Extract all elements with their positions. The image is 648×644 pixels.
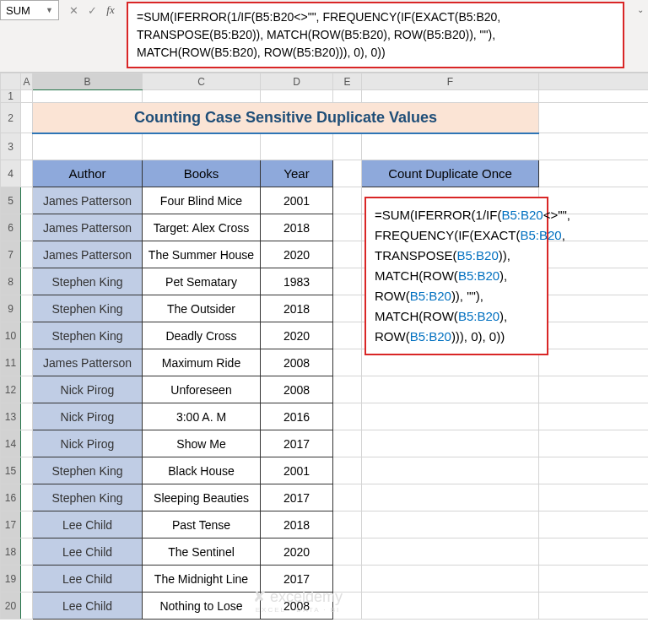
expand-formula-bar-icon[interactable]: ⌄ bbox=[633, 0, 648, 14]
book-cell[interactable]: Sleeping Beauties bbox=[143, 484, 261, 511]
book-cell[interactable]: 3:00 A. M bbox=[143, 403, 261, 430]
select-all-cell[interactable] bbox=[1, 73, 21, 90]
name-box-value: SUM bbox=[6, 4, 30, 17]
col-header-e[interactable]: E bbox=[333, 73, 362, 90]
year-cell[interactable]: 2020 bbox=[261, 538, 333, 566]
spreadsheet-grid[interactable]: A B C D E F 1 2 Counting Case Sensitive … bbox=[0, 73, 648, 620]
row-header[interactable]: 14 bbox=[1, 430, 21, 457]
author-cell[interactable]: Nick Pirog bbox=[33, 376, 143, 403]
year-cell[interactable]: 2018 bbox=[261, 511, 333, 538]
page-title: Counting Case Sensitive Duplicate Values bbox=[33, 106, 538, 130]
book-cell[interactable]: Past Tense bbox=[143, 511, 261, 538]
row-header[interactable]: 5 bbox=[1, 187, 21, 214]
table-header-books[interactable]: Books bbox=[143, 160, 261, 187]
author-cell[interactable]: Stephen King bbox=[33, 295, 143, 322]
book-cell[interactable]: The Sentinel bbox=[143, 538, 261, 566]
year-cell[interactable]: 2018 bbox=[261, 214, 333, 241]
year-cell[interactable]: 1983 bbox=[261, 268, 333, 295]
formula-input[interactable]: =SUM(IFERROR(1/IF(B5:B20<>"", FREQUENCY(… bbox=[127, 2, 624, 68]
row-header[interactable]: 18 bbox=[1, 538, 21, 566]
count-duplicate-header[interactable]: Count Duplicate Once bbox=[362, 160, 539, 187]
author-cell[interactable]: James Patterson bbox=[33, 187, 143, 214]
row-header[interactable]: 6 bbox=[1, 214, 21, 241]
year-cell[interactable]: 2018 bbox=[261, 295, 333, 322]
author-cell[interactable]: Lee Child bbox=[33, 511, 143, 538]
year-cell[interactable]: 2008 bbox=[261, 349, 333, 376]
year-cell[interactable]: 2001 bbox=[261, 457, 333, 484]
year-cell[interactable]: 2020 bbox=[261, 322, 333, 349]
year-cell[interactable]: 2017 bbox=[261, 430, 333, 457]
row-header[interactable]: 15 bbox=[1, 457, 21, 484]
row-header[interactable]: 8 bbox=[1, 268, 21, 295]
row-header[interactable]: 7 bbox=[1, 241, 21, 268]
book-cell[interactable]: Four Blind Mice bbox=[143, 187, 261, 214]
table-header-author[interactable]: Author bbox=[33, 160, 143, 187]
chevron-down-icon[interactable]: ▼ bbox=[46, 6, 53, 14]
author-cell[interactable]: Stephen King bbox=[33, 268, 143, 295]
book-cell[interactable]: Deadly Cross bbox=[143, 322, 261, 349]
book-cell[interactable]: Nothing to Lose bbox=[143, 593, 261, 620]
row-header[interactable]: 1 bbox=[1, 90, 21, 103]
author-cell[interactable]: Stephen King bbox=[33, 322, 143, 349]
column-header-row: A B C D E F bbox=[1, 73, 649, 90]
formula-bar-buttons: ✕ ✓ fx bbox=[59, 0, 125, 20]
row-header[interactable]: 20 bbox=[1, 593, 21, 620]
author-cell[interactable]: Lee Child bbox=[33, 566, 143, 593]
row-header[interactable]: 11 bbox=[1, 349, 21, 376]
year-cell[interactable]: 2017 bbox=[261, 484, 333, 511]
author-cell[interactable]: James Patterson bbox=[33, 349, 143, 376]
year-cell[interactable]: 2016 bbox=[261, 403, 333, 430]
row-header[interactable]: 12 bbox=[1, 376, 21, 403]
row-header[interactable]: 4 bbox=[1, 160, 21, 187]
insert-function-button[interactable]: fx bbox=[101, 1, 120, 19]
year-cell[interactable]: 2020 bbox=[261, 241, 333, 268]
name-box[interactable]: SUM ▼ bbox=[0, 0, 59, 20]
author-cell[interactable]: Nick Pirog bbox=[33, 430, 143, 457]
author-cell[interactable]: Stephen King bbox=[33, 484, 143, 511]
year-cell[interactable]: 2008 bbox=[261, 593, 333, 620]
book-cell[interactable]: Unforeseen bbox=[143, 376, 261, 403]
formula-bar: SUM ▼ ✕ ✓ fx =SUM(IFERROR(1/IF(B5:B20<>"… bbox=[0, 0, 648, 73]
row-header[interactable]: 3 bbox=[1, 133, 21, 160]
cancel-formula-button[interactable]: ✕ bbox=[64, 1, 83, 19]
year-cell[interactable]: 2001 bbox=[261, 187, 333, 214]
col-header-blank[interactable] bbox=[539, 73, 649, 90]
author-cell[interactable]: Lee Child bbox=[33, 538, 143, 566]
book-cell[interactable]: Pet Sematary bbox=[143, 268, 261, 295]
row-header[interactable]: 17 bbox=[1, 511, 21, 538]
book-cell[interactable]: Show Me bbox=[143, 430, 261, 457]
author-cell[interactable]: Nick Pirog bbox=[33, 403, 143, 430]
col-header-c[interactable]: C bbox=[143, 73, 261, 90]
year-cell[interactable]: 2017 bbox=[261, 566, 333, 593]
col-header-d[interactable]: D bbox=[261, 73, 333, 90]
book-cell[interactable]: The Summer House bbox=[143, 241, 261, 268]
table-header-year[interactable]: Year bbox=[261, 160, 333, 187]
book-cell[interactable]: The Midnight Line bbox=[143, 566, 261, 593]
book-cell[interactable]: Black House bbox=[143, 457, 261, 484]
row-header[interactable]: 19 bbox=[1, 566, 21, 593]
year-cell[interactable]: 2008 bbox=[261, 376, 333, 403]
author-cell[interactable]: Stephen King bbox=[33, 457, 143, 484]
author-cell[interactable]: James Patterson bbox=[33, 241, 143, 268]
row-header[interactable]: 9 bbox=[1, 295, 21, 322]
book-cell[interactable]: Maximum Ride bbox=[143, 349, 261, 376]
accept-formula-button[interactable]: ✓ bbox=[83, 1, 101, 19]
author-cell[interactable]: Lee Child bbox=[33, 593, 143, 620]
col-header-b[interactable]: B bbox=[33, 73, 143, 90]
col-header-a[interactable]: A bbox=[21, 73, 33, 90]
author-cell[interactable]: James Patterson bbox=[33, 214, 143, 241]
book-cell[interactable]: The Outsider bbox=[143, 295, 261, 322]
row-header[interactable]: 16 bbox=[1, 484, 21, 511]
row-header[interactable]: 13 bbox=[1, 403, 21, 430]
active-cell-formula-display[interactable]: =SUM(IFERROR(1/IF(B5:B20<>"", FREQUENCY(… bbox=[364, 197, 548, 355]
row-header[interactable]: 2 bbox=[1, 103, 21, 133]
formula-text: =SUM(IFERROR(1/IF(B5:B20<>"", FREQUENCY(… bbox=[137, 10, 500, 59]
col-header-f[interactable]: F bbox=[362, 73, 539, 90]
row-header[interactable]: 10 bbox=[1, 322, 21, 349]
book-cell[interactable]: Target: Alex Cross bbox=[143, 214, 261, 241]
